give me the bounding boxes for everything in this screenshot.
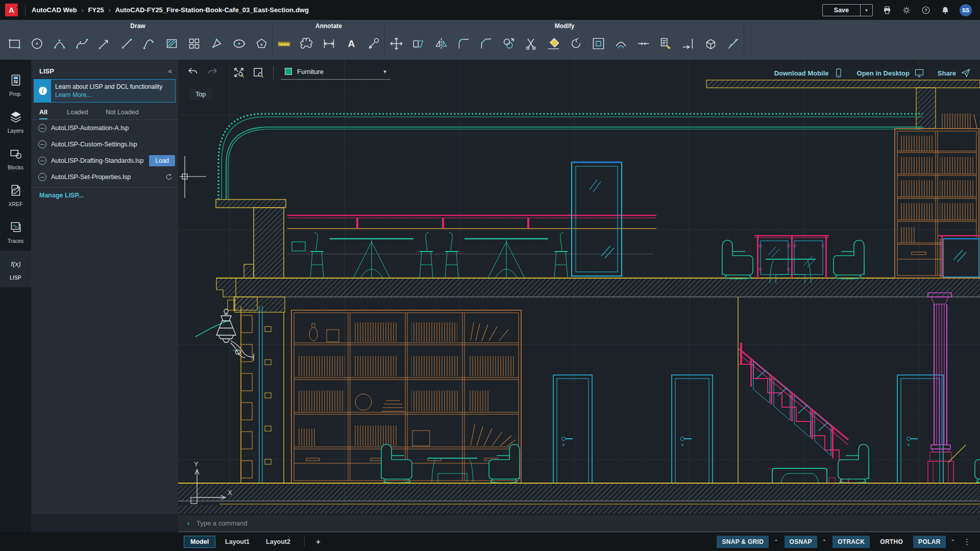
layer-dropdown[interactable]: Furniture ▾	[281, 66, 390, 80]
drawing-canvas[interactable]: Y X	[178, 60, 980, 514]
lengthen-tool-button[interactable]	[722, 32, 744, 55]
tab-all[interactable]: All	[39, 106, 47, 119]
ellipse-tool-button[interactable]	[228, 32, 250, 55]
rectangle-tool-button[interactable]	[3, 32, 26, 55]
ground[interactable]	[178, 483, 980, 514]
sidebar-item-layers[interactable]: Layers	[0, 104, 31, 140]
zoom-extents-button[interactable]	[231, 65, 247, 80]
stretch-tool-button[interactable]	[407, 32, 430, 55]
line-tool-button[interactable]	[115, 32, 138, 55]
text-tool-button[interactable]: A	[340, 32, 362, 55]
minus-circle-icon[interactable]	[38, 140, 46, 148]
add-layout-button[interactable]: +	[312, 537, 325, 546]
spline-tool-button[interactable]	[70, 32, 93, 55]
sidebar-item-blocks[interactable]: Blocks	[0, 140, 31, 177]
load-button[interactable]: Load	[149, 155, 175, 166]
lisp-file-row[interactable]: AutoLISP-Custom-Settings.lsp	[31, 136, 178, 153]
insert-block-tool-button[interactable]	[183, 32, 205, 55]
chevron-up-icon[interactable]: ⌃	[950, 538, 956, 545]
refresh-icon[interactable]	[165, 173, 173, 181]
dimension-tool-button[interactable]	[317, 32, 340, 55]
polyline-tool-button[interactable]	[138, 32, 160, 55]
layer-color-swatch	[285, 68, 292, 75]
extend-tool-button[interactable]	[677, 32, 699, 55]
erase-tool-button[interactable]	[542, 32, 565, 55]
tab-loaded[interactable]: Loaded	[67, 106, 97, 119]
zoom-window-button[interactable]	[251, 65, 266, 80]
avatar[interactable]: SS	[960, 4, 972, 16]
toggle-label[interactable]: POLAR	[913, 536, 946, 548]
breadcrumb-folder[interactable]: FY25	[88, 6, 104, 14]
trim-tool-button[interactable]	[520, 32, 542, 55]
toggle-label[interactable]: OSNAP	[785, 536, 817, 548]
canvas-toolbar: Furniture ▾	[185, 65, 390, 80]
measure-tool-button[interactable]	[273, 32, 295, 55]
minus-circle-icon[interactable]	[38, 157, 46, 165]
tab-layout1[interactable]: Layout1	[218, 536, 256, 548]
join-tool-button[interactable]	[609, 32, 632, 55]
chevron-up-icon[interactable]: ⌃	[773, 538, 779, 545]
fillet-tool-button[interactable]	[452, 32, 475, 55]
break-tool-button[interactable]	[632, 32, 654, 55]
share-button[interactable]: Share	[938, 68, 971, 78]
settings-icon[interactable]	[901, 5, 912, 15]
open-in-desktop-button[interactable]: Open in Desktop	[857, 68, 924, 78]
polygon-tool-button[interactable]	[250, 32, 273, 55]
undo-button[interactable]	[185, 65, 201, 80]
sidebar-item-prop[interactable]: Prop.	[0, 67, 31, 104]
minus-circle-icon[interactable]	[38, 124, 46, 132]
mirror-tool-button[interactable]	[430, 32, 452, 55]
learn-more-link[interactable]: Learn More...	[55, 91, 162, 99]
minus-circle-icon[interactable]	[38, 173, 46, 181]
copy-tool-button[interactable]	[497, 32, 520, 55]
command-input[interactable]: › Type a command	[178, 514, 980, 532]
command-chevron-icon: ›	[187, 520, 189, 527]
autocad-logo-icon[interactable]: A	[5, 4, 18, 16]
overflow-menu-icon[interactable]: ⋮	[961, 538, 973, 545]
toggle-label[interactable]: ORTHO	[875, 536, 908, 548]
point-tool-button[interactable]	[205, 32, 228, 55]
notifications-icon[interactable]	[940, 5, 950, 15]
move-tool-button[interactable]	[385, 32, 407, 55]
sidebar-item-traces[interactable]: Traces	[0, 214, 31, 251]
offset-tool-button[interactable]	[587, 32, 609, 55]
sidebar-item-label: Layers	[8, 128, 24, 134]
sidebar-item-xref[interactable]: XREF	[0, 177, 31, 214]
lisp-file-row[interactable]: AutoLISP-Automation-A.lsp	[31, 120, 178, 136]
toggle-label[interactable]: SNAP & GRID	[717, 536, 769, 548]
redo-button[interactable]	[205, 65, 220, 80]
tab-not-loaded[interactable]: Not Loaded	[106, 106, 139, 119]
chevron-up-icon[interactable]: ⌃	[821, 538, 827, 545]
lisp-file-row[interactable]: AutoLISP-Set-Properties.lsp	[31, 169, 178, 185]
revision-cloud-tool-button[interactable]	[295, 32, 317, 55]
toggle-label[interactable]: OTRACK	[832, 536, 870, 548]
collapse-panel-icon[interactable]: «	[168, 67, 172, 75]
match-properties-tool-button[interactable]	[654, 32, 677, 55]
explode-tool-button[interactable]	[699, 32, 722, 55]
tab-model[interactable]: Model	[184, 536, 215, 548]
help-icon[interactable]: ?	[921, 5, 931, 15]
chamfer-tool-button[interactable]	[475, 32, 497, 55]
view-cube-label[interactable]: Top	[189, 89, 212, 100]
tab-layout2[interactable]: Layout2	[259, 536, 297, 548]
save-button[interactable]: Save	[823, 5, 860, 16]
sidebar-item-lisp[interactable]: f(x)LISP	[0, 251, 31, 287]
leader-tool-button[interactable]	[362, 32, 385, 55]
lisp-file-row[interactable]: AutoLISP-Drafting-Standards.lspLoad	[31, 153, 178, 169]
circle-tool-button[interactable]	[26, 32, 48, 55]
ray-tool-button[interactable]	[93, 32, 115, 55]
arc-tool-button[interactable]	[48, 32, 70, 55]
save-dropdown-button[interactable]: ▾	[860, 5, 872, 16]
properties-icon	[9, 73, 22, 89]
hatch-tool-button[interactable]	[160, 32, 183, 55]
rotate-tool-button[interactable]	[565, 32, 587, 55]
download-mobile-button[interactable]: Download Mobile	[774, 68, 844, 78]
cad-drawing[interactable]: Y X	[178, 60, 980, 514]
glass-partition-right[interactable]	[938, 236, 980, 277]
command-placeholder: Type a command	[197, 519, 248, 527]
manage-lisp-link[interactable]: Manage LISP...	[39, 192, 84, 199]
lisp-panel: LISP « i Learn about LISP and DCL functi…	[31, 60, 178, 514]
print-icon[interactable]	[882, 5, 892, 15]
ribbon-group-icons	[385, 32, 744, 55]
breadcrumb-app[interactable]: AutoCAD Web	[32, 6, 77, 14]
